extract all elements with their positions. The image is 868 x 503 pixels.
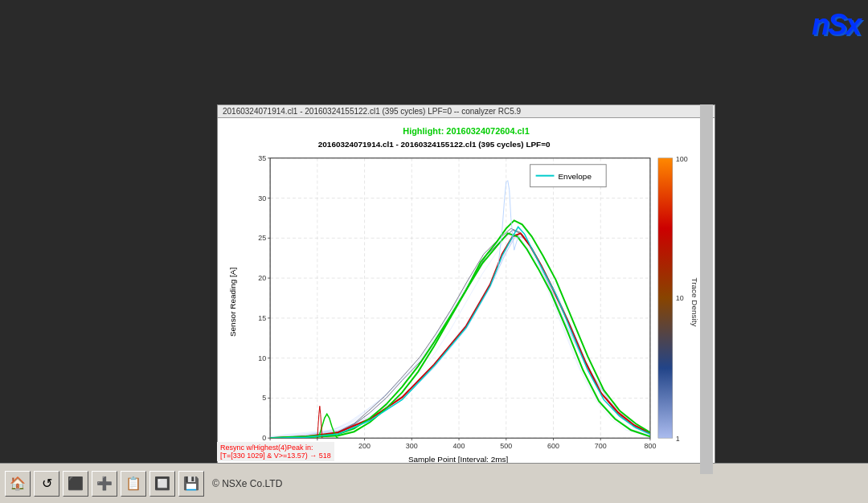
svg-text:600: 600 [547,442,559,450]
resync-info: Resync w/Highest(4)Peak in: [T=[330 1029… [217,442,334,461]
svg-text:700: 700 [595,442,607,450]
colorbar-mid-label: 10 [676,294,684,302]
colorbar [658,158,673,438]
legend-label-text: Envelope [558,172,592,181]
svg-text:300: 300 [406,442,418,450]
resync-line1: Resync w/Highest(4)Peak in: [220,444,331,452]
chart-area: Highlight: 20160324072604.cl1 2016032407… [218,118,714,470]
company-label: © NSXe Co.LTD [212,478,282,489]
view-button[interactable]: 🔲 [149,471,175,497]
svg-text:5: 5 [262,394,266,402]
save-button[interactable]: 💾 [178,471,204,497]
y-axis-label: Sensor Reading [A] [228,268,237,337]
svg-text:500: 500 [500,442,512,450]
svg-text:800: 800 [644,442,656,450]
svg-text:0: 0 [262,434,266,442]
y-axis-ticks: 0 5 10 15 20 25 30 35 [258,154,266,442]
svg-text:25: 25 [258,234,266,242]
svg-text:400: 400 [453,442,465,450]
copy-button[interactable]: 📋 [121,471,146,497]
svg-text:200: 200 [358,442,371,450]
svg-text:20: 20 [258,274,266,282]
refresh-button[interactable]: ↺ [34,471,59,497]
resync-line2: [T=[330 1029] & V>=13.57) → 518 [220,452,331,460]
colorbar-max-label: 100 [676,155,688,163]
home-button[interactable]: 🏠 [5,471,31,497]
bottom-toolbar: 🏠 ↺ ⬛ ➕ 📋 🔲 💾 © NSXe Co.LTD [0,463,868,503]
panel-title: 20160324071914.cl1 - 20160324155122.cl1 … [218,105,714,118]
colorbar-min-label: 1 [676,435,680,443]
svg-text:30: 30 [258,194,266,202]
svg-text:15: 15 [258,314,266,322]
stop-button[interactable]: ⬛ [63,471,88,497]
chart-panel: 20160324071914.cl1 - 20160324155122.cl1 … [217,104,715,474]
svg-text:35: 35 [258,154,266,162]
chart-svg: Highlight: 20160324072604.cl1 2016032407… [218,118,714,470]
svg-text:10: 10 [258,354,266,362]
chart-title: 20160324071914.cl1 - 20160324155122.cl1 … [318,140,551,149]
colorbar-label-text: Trace Density [690,277,699,326]
right-scrollbar[interactable] [700,104,713,474]
add-button[interactable]: ➕ [92,471,117,497]
nsx-logo: nSx [812,8,860,42]
highlight-text: Highlight: 20160324072604.cl1 [403,126,529,136]
